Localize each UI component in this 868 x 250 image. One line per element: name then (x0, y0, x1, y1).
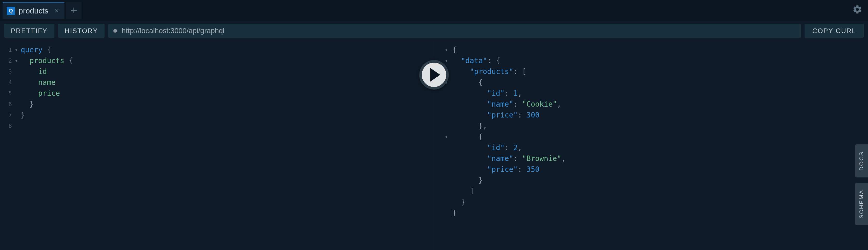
play-icon (430, 68, 440, 82)
tab-bar: Q products × + (0, 0, 868, 21)
result-pane: ▾▾▾▾▾ { "data": { "products": [ { "id": … (434, 41, 868, 250)
main-split: 12345678 ▾▾ query { products { id name p… (0, 41, 868, 250)
tab-title: products (19, 6, 49, 15)
prettify-button[interactable]: PRETTIFY (4, 24, 54, 38)
status-dot-icon (113, 29, 117, 33)
app-root: Q products × + PRETTIFY HISTORY COPY CUR… (0, 0, 868, 250)
schema-tab[interactable]: SCHEMA (855, 183, 868, 225)
query-code[interactable]: query { products { id name price }} (0, 44, 434, 131)
history-button[interactable]: HISTORY (58, 24, 105, 38)
tab-products[interactable]: Q products × (3, 2, 64, 19)
toolbar: PRETTIFY HISTORY COPY CURL (0, 21, 868, 41)
line-gutter: 12345678 (0, 44, 13, 131)
url-field-wrap[interactable] (108, 24, 801, 38)
plus-icon: + (71, 4, 78, 17)
copy-curl-button[interactable]: COPY CURL (805, 24, 864, 38)
gear-icon (852, 5, 862, 14)
run-query-button[interactable] (419, 60, 449, 90)
close-icon[interactable]: × (55, 7, 59, 15)
side-panel-tabs: DOCS SCHEMA (855, 145, 868, 225)
add-tab-button[interactable]: + (66, 2, 82, 19)
fold-gutter: ▾▾ (13, 44, 19, 131)
endpoint-input[interactable] (122, 27, 796, 35)
docs-tab[interactable]: DOCS (855, 145, 868, 178)
tab-query-icon: Q (7, 7, 15, 15)
settings-button[interactable] (852, 5, 862, 16)
query-editor[interactable]: 12345678 ▾▾ query { products { id name p… (0, 41, 434, 250)
result-code: { "data": { "products": [ { "id": 1, "na… (434, 44, 868, 218)
